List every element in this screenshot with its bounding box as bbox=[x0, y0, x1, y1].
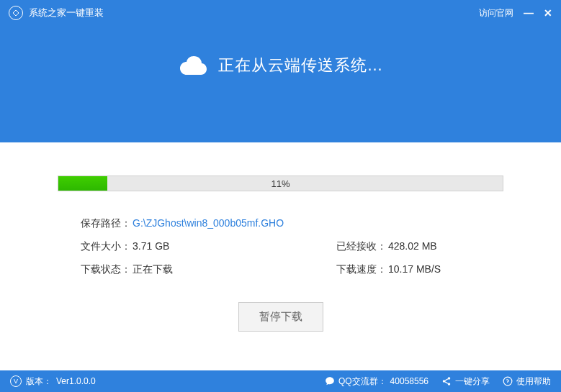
qq-group-link[interactable]: QQ交流群： 40058556 bbox=[325, 375, 428, 388]
download-status-label: 下载状态： bbox=[81, 263, 131, 276]
version-icon: V bbox=[10, 375, 22, 387]
app-logo-icon bbox=[9, 6, 23, 20]
help-link[interactable]: 使用帮助 bbox=[503, 375, 551, 388]
svg-point-0 bbox=[448, 377, 451, 380]
file-size-label: 文件大小： bbox=[81, 240, 131, 253]
download-speed-value: 10.17 MB/S bbox=[388, 263, 441, 276]
minimize-button[interactable]: — bbox=[524, 8, 534, 18]
close-button[interactable]: ✕ bbox=[544, 8, 552, 18]
help-label: 使用帮助 bbox=[516, 375, 551, 388]
version-label: 版本： bbox=[26, 375, 52, 388]
svg-point-2 bbox=[448, 383, 451, 386]
svg-point-1 bbox=[443, 380, 446, 383]
share-link[interactable]: 一键分享 bbox=[441, 375, 490, 388]
download-speed-label: 下载速度： bbox=[336, 263, 387, 276]
received-label: 已经接收： bbox=[336, 240, 387, 253]
file-size-value: 3.71 GB bbox=[133, 240, 169, 253]
save-path-value: G:\ZJGhost\win8_000b05mf.GHO bbox=[133, 217, 284, 230]
progress-percent-text: 11% bbox=[58, 176, 503, 191]
qq-group-value: 40058556 bbox=[390, 376, 428, 386]
download-status-value: 正在下载 bbox=[133, 263, 173, 276]
progress-bar: 11% bbox=[58, 176, 503, 191]
hero-status-text: 正在从云端传送系统… bbox=[218, 55, 384, 76]
cloud-icon bbox=[178, 55, 208, 76]
version-value: Ver1.0.0.0 bbox=[56, 376, 96, 386]
app-title: 系统之家一键重装 bbox=[29, 6, 479, 19]
pause-download-button[interactable]: 暂停下载 bbox=[238, 302, 323, 332]
chat-icon bbox=[325, 376, 335, 386]
received-value: 428.02 MB bbox=[388, 240, 437, 253]
save-path-label: 保存路径： bbox=[81, 217, 131, 230]
share-label: 一键分享 bbox=[455, 375, 490, 388]
qq-group-label: QQ交流群： bbox=[338, 375, 387, 388]
visit-official-link[interactable]: 访问官网 bbox=[479, 7, 513, 19]
share-icon bbox=[441, 376, 452, 386]
help-icon bbox=[503, 376, 513, 386]
